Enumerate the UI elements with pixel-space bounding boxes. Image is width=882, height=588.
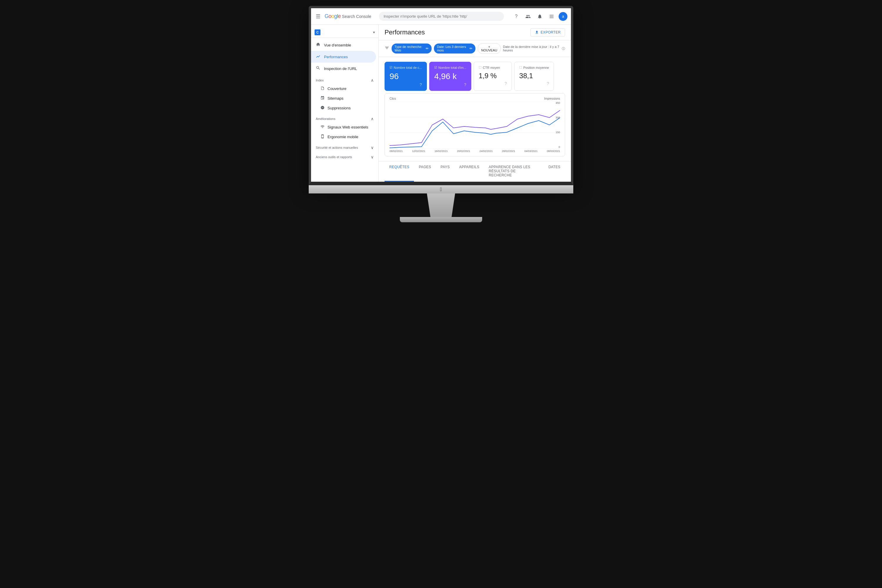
nav-icons-group: ? a [512,12,567,21]
chart-dates-row: 08/02/2021 12/02/2021 16/02/2021 20/02/2… [390,150,560,153]
ameliorations-label: Améliorations [316,117,336,120]
chart-axis-labels: Clics Impressions [390,97,560,100]
search-input[interactable] [379,12,504,21]
signaux-icon [321,124,325,130]
anciens-toggle[interactable]: ∨ [371,154,374,159]
tab-appareils[interactable]: APPAREILS [454,161,484,182]
filter-date-edit-icon[interactable]: ✏ [470,46,472,51]
sidebar-item-sitemaps[interactable]: Sitemaps [311,93,376,103]
metric-position-value: 38,1 [519,72,549,80]
ergonomie-icon [321,134,325,140]
performances-label: Performances [324,55,348,59]
sidebar-item-overview[interactable]: Vue d'ensemble [311,39,376,51]
help-icon[interactable]: ? [512,12,521,21]
tab-pays[interactable]: PAYS [436,161,454,182]
filter-type-label: Type de recherche: Web [394,45,424,52]
tab-apparence[interactable]: APPARENCE DANS LES RÉSULTATS DE RECHERCH… [484,161,544,182]
monitor-stand-base [400,217,482,222]
y-tick-300: 300 [556,116,560,119]
sidebar-item-couverture[interactable]: Couverture [311,84,376,93]
metric-position-label: ☐ Position moyenne [519,66,549,69]
metric-clics-value: 96 [390,72,422,81]
sitemaps-icon [321,96,325,101]
date-label-5: 28/02/2021 [502,150,515,153]
filter-chip-date[interactable]: Date: Les 3 derniers mois ✏ [434,44,476,54]
metric-impressions-label: ☑ Nombre total d'im... [434,66,466,69]
main-layout: C ▾ Vue d'ensemble Perf [311,25,571,182]
sidebar-item-performances[interactable]: Performances [311,51,376,63]
accounts-icon[interactable] [524,12,533,21]
top-navigation: ☰ Google Search Console ? [311,8,571,25]
date-info-text: Date de la dernière mise à jour : il y a… [503,45,561,52]
date-label-1: 12/02/2021 [412,150,425,153]
couverture-label: Couverture [327,86,346,91]
metric-impressions-value: 4,96 k [434,72,466,81]
logo-searchconsole: Search Console [342,14,371,19]
metric-card-clics[interactable]: ☑ Nombre total de c... 96 ? [384,62,427,91]
date-label-6: 04/03/2021 [525,150,538,153]
metric-card-position[interactable]: ☐ Position moyenne 38,1 ? [514,62,554,91]
ameliorations-toggle[interactable]: ∧ [371,116,374,121]
tab-dates[interactable]: DATES [544,161,565,182]
date-label-7: 08/03/2021 [547,150,560,153]
filter-date-label: Date: Les 3 derniers mois [437,45,468,52]
monitor-stand-top:  [309,185,573,194]
date-label-2: 16/02/2021 [435,150,448,153]
securite-toggle[interactable]: ∨ [371,145,374,150]
metric-position-help: ? [547,81,549,86]
home-icon [316,42,321,48]
filters-bar: Type de recherche: Web ✏ Date: Les 3 der… [379,40,571,57]
couverture-icon [321,86,325,91]
chart-right-label: Impressions [544,97,560,100]
monitor-stand-neck [423,194,459,217]
apps-icon[interactable] [547,12,556,21]
chart-svg [390,101,560,148]
chart-container: Clics Impressions 450 300 150 0 [384,93,565,156]
property-dropdown-arrow[interactable]: ▾ [373,30,375,34]
overview-label: Vue d'ensemble [324,43,351,47]
content-tabs: REQUÊTES PAGES PAYS APPAREILS APPARENCE … [379,161,571,182]
section-anciens: Anciens outils et rapports ∨ [311,151,378,160]
sidebar-item-signaux-web[interactable]: Signaux Web essentiels [311,122,376,132]
add-filter-button[interactable]: + NOUVEAU [478,43,501,54]
apple-logo:  [440,186,442,193]
date-info: Date de la dernière mise à jour : il y a… [503,45,565,52]
suppressions-icon [321,105,325,111]
ergonomie-label: Ergonomie mobile [327,135,358,139]
content-area: Performances EXPORTER Type de recherche:… [379,25,571,182]
filter-chip-type[interactable]: Type de recherche: Web ✏ [392,44,432,54]
export-button[interactable]: EXPORTER [530,28,565,36]
property-selector[interactable]: C ▾ [311,27,378,38]
metric-ctr-value: 1,9 % [478,72,507,80]
metric-ctr-help: ? [504,81,507,86]
sidebar-item-url-inspection[interactable]: Inspection de l'URL [311,63,376,74]
metrics-row: ☑ Nombre total de c... 96 ? ☑ Nombre tot… [379,57,571,93]
metric-card-ctr[interactable]: ☐ CTR moyen 1,9 % ? [474,62,512,91]
filter-type-edit-icon[interactable]: ✏ [426,46,429,51]
performances-icon [316,54,321,60]
content-header: Performances EXPORTER [379,25,571,40]
metric-card-impressions[interactable]: ☑ Nombre total d'im... 4,96 k ? [429,62,471,91]
tab-requetes[interactable]: REQUÊTES [384,161,414,182]
url-inspection-label: Inspection de l'URL [324,66,357,71]
chart-left-label: Clics [390,97,396,100]
filter-icon[interactable] [384,46,389,51]
sitemaps-label: Sitemaps [327,96,344,100]
y-tick-150: 150 [556,131,560,134]
anciens-label: Anciens outils et rapports [316,155,352,159]
tab-pages[interactable]: PAGES [414,161,436,182]
metric-clics-help: ? [420,82,422,87]
section-ameliorations: Améliorations ∧ [311,113,378,122]
export-label: EXPORTER [541,30,561,34]
sidebar-item-ergonomie[interactable]: Ergonomie mobile [311,132,376,142]
app-logo: Google Search Console [325,13,371,20]
hamburger-menu[interactable]: ☰ [315,12,322,21]
search-bar[interactable] [379,12,504,21]
metric-ctr-label: ☐ CTR moyen [478,66,507,69]
index-toggle[interactable]: ∧ [371,78,374,82]
securite-label: Sécurité et actions manuelles [316,146,358,149]
notifications-icon[interactable] [535,12,544,21]
user-avatar[interactable]: a [559,12,567,21]
sidebar: C ▾ Vue d'ensemble Perf [311,25,379,182]
sidebar-item-suppressions[interactable]: Suppressions [311,103,376,113]
